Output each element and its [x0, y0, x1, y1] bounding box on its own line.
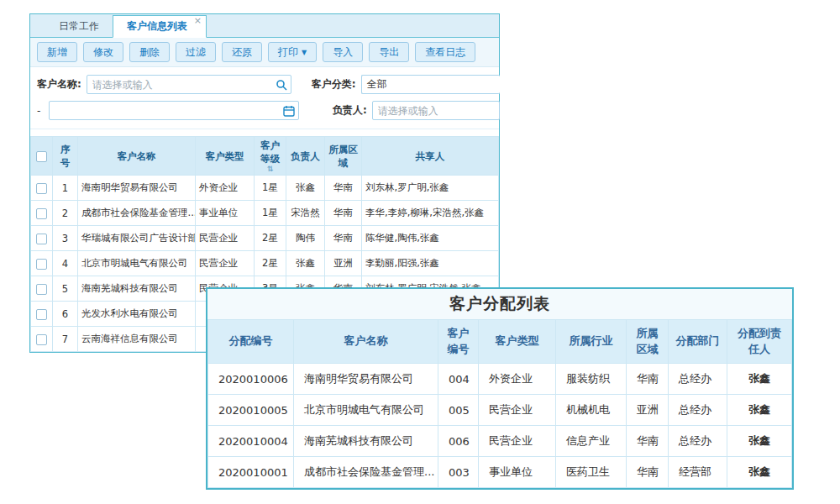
cell-level: 1星	[255, 176, 286, 201]
cell-owner[interactable]: 张鑫	[286, 176, 325, 201]
column-header-shared[interactable]: 共享人	[362, 137, 499, 176]
date-field-wrap	[49, 101, 299, 120]
add-button[interactable]: 新增	[37, 42, 77, 62]
row-checkbox[interactable]	[36, 183, 47, 194]
cell-shared: 陈华健,陶伟,张鑫	[362, 226, 499, 251]
date-input[interactable]	[49, 101, 299, 120]
tab-daily-work[interactable]: 日常工作	[45, 16, 113, 37]
cell-seq: 4	[53, 251, 78, 276]
owner-label: 负责人:	[333, 103, 367, 118]
row-checkbox[interactable]	[36, 284, 47, 295]
calendar-icon[interactable]	[283, 105, 295, 117]
row-checkbox[interactable]	[36, 334, 47, 345]
cell-industry: 医药卫生	[556, 457, 627, 488]
column-header-name[interactable]: 客户名称	[78, 137, 196, 176]
cell-owner[interactable]: 张鑫	[286, 251, 325, 276]
cell-customer-name[interactable]: 成都市社会保险基金管理...	[294, 457, 438, 488]
row-checkbox[interactable]	[36, 208, 47, 219]
cell-region: 华南	[627, 457, 669, 488]
customer-name-field-wrap	[87, 75, 291, 94]
import-button[interactable]: 导入	[323, 42, 363, 62]
table-row[interactable]: 2020010006 海南明华贸易有限公司 004 外资企业 服装纺织 华南 总…	[208, 364, 792, 395]
cell-cust-no: 006	[438, 426, 479, 457]
cell-customer-name[interactable]: 成都市社会保险基金管理...	[78, 201, 196, 226]
cell-region: 亚洲	[627, 395, 669, 426]
cell-dept: 经营部	[669, 457, 727, 488]
cell-dept: 总经办	[669, 426, 727, 457]
cell-industry: 信息产业	[556, 426, 627, 457]
row-checkbox[interactable]	[36, 309, 47, 320]
customer-name-label: 客户名称:	[37, 77, 81, 92]
cell-customer-name[interactable]: 海南明华贸易有限公司	[78, 176, 196, 201]
cell-alloc-no[interactable]: 2020010005	[208, 395, 294, 426]
cell-customer-type: 民营企业	[479, 426, 556, 457]
tab-customer-info-list[interactable]: 客户信息列表 ×	[113, 15, 207, 38]
sort-icon[interactable]: ⇅	[258, 165, 282, 173]
cell-region: 华南	[325, 226, 362, 251]
tab-bar: 日常工作 客户信息列表 ×	[30, 14, 499, 38]
cell-customer-name[interactable]: 海南芜城科技有限公司	[78, 276, 196, 302]
column-header-type[interactable]: 客户类型	[196, 137, 255, 176]
owner-input[interactable]	[372, 101, 500, 120]
cell-customer-name[interactable]: 北京市明城电气有限公司	[294, 395, 438, 426]
allocation-table: 分配编号 客户名称 客户编号 客户类型 所属行业 所属区域 分配部门 分配到责任…	[207, 319, 792, 488]
column-header-seq[interactable]: 序号	[53, 137, 78, 176]
cell-alloc-no[interactable]: 2020010006	[208, 364, 294, 395]
customer-category-select[interactable]: 全部	[361, 75, 500, 94]
table-row[interactable]: 2020010004 海南芜城科技有限公司 006 民营企业 信息产业 华南 总…	[208, 426, 792, 457]
select-all-checkbox[interactable]	[36, 151, 47, 162]
cell-shared: 刘东林,罗广明,张鑫	[362, 176, 499, 201]
cell-level: 1星	[255, 201, 286, 226]
table-row[interactable]: 3 华瑞城有限公司广告设计部 民营企业 2星 陶伟 华南 陈华健,陶伟,张鑫	[31, 226, 499, 251]
print-button-label: 打印	[278, 45, 298, 60]
column-header-region[interactable]: 所属区域	[325, 137, 362, 176]
table-row[interactable]: 2 成都市社会保险基金管理... 事业单位 1星 宋浩然 华南 李华,李婷,柳琳…	[31, 201, 499, 226]
cell-assignee[interactable]: 张鑫	[727, 364, 792, 395]
cell-customer-type: 事业单位	[479, 457, 556, 488]
cell-customer-name[interactable]: 光发水利水电有限公司	[78, 302, 196, 327]
column-header-level[interactable]: 客户等级 ⇅	[255, 137, 286, 176]
cell-level: 2星	[255, 226, 286, 251]
row-checkbox[interactable]	[36, 234, 47, 244]
tab-label: 客户信息列表	[127, 20, 187, 32]
cell-owner[interactable]: 陶伟	[286, 226, 325, 251]
cell-customer-name[interactable]: 海南明华贸易有限公司	[294, 364, 438, 395]
cell-cust-no: 004	[438, 364, 479, 395]
cell-owner[interactable]: 宋浩然	[286, 201, 325, 226]
modify-button[interactable]: 修改	[83, 42, 123, 62]
table-row[interactable]: 4 北京市明城电气有限公司 民营企业 2星 张鑫 亚洲 李勤丽,阳强,张鑫	[31, 251, 499, 276]
search-icon[interactable]	[276, 79, 287, 91]
close-icon[interactable]: ×	[194, 16, 202, 26]
cell-customer-name[interactable]: 华瑞城有限公司广告设计部	[78, 226, 196, 251]
export-button[interactable]: 导出	[369, 42, 409, 62]
row-checkbox[interactable]	[36, 259, 47, 270]
cell-assignee[interactable]: 张鑫	[727, 457, 792, 488]
restore-button[interactable]: 还原	[222, 42, 262, 62]
table-row[interactable]: 2020010001 成都市社会保险基金管理... 003 事业单位 医药卫生 …	[208, 457, 792, 488]
cell-seq: 5	[53, 276, 78, 302]
cell-level: 2星	[255, 251, 286, 276]
table-header-row: 分配编号 客户名称 客户编号 客户类型 所属行业 所属区域 分配部门 分配到责任…	[208, 320, 792, 364]
view-log-button[interactable]: 查看日志	[415, 42, 475, 62]
cell-assignee[interactable]: 张鑫	[727, 395, 792, 426]
filter-row-1: 客户名称: 客户分类: 全部	[37, 73, 492, 96]
table-row[interactable]: 1 海南明华贸易有限公司 外资企业 1星 张鑫 华南 刘东林,罗广明,张鑫	[31, 176, 499, 201]
filter-button[interactable]: 过滤	[176, 42, 216, 62]
cell-customer-name[interactable]: 海南芜城科技有限公司	[294, 426, 438, 457]
date-range-separator: -	[37, 105, 45, 117]
column-header-dept: 分配部门	[669, 320, 727, 364]
cell-seq: 6	[53, 302, 78, 327]
print-button[interactable]: 打印 ▼	[268, 42, 317, 62]
customer-name-input[interactable]	[87, 75, 291, 94]
cell-customer-name[interactable]: 北京市明城电气有限公司	[78, 251, 196, 276]
cell-customer-type: 事业单位	[196, 201, 255, 226]
cell-alloc-no[interactable]: 2020010001	[208, 457, 294, 488]
cell-customer-name[interactable]: 云南海祥信息有限公司	[78, 327, 196, 352]
column-header-owner[interactable]: 负责人	[286, 137, 325, 176]
cell-assignee[interactable]: 张鑫	[727, 426, 792, 457]
table-row[interactable]: 2020010005 北京市明城电气有限公司 005 民营企业 机械机电 亚洲 …	[208, 395, 792, 426]
column-header-type: 客户类型	[479, 320, 556, 364]
delete-button[interactable]: 删除	[129, 42, 170, 62]
cell-alloc-no[interactable]: 2020010004	[208, 426, 294, 457]
cell-customer-type: 民营企业	[196, 226, 255, 251]
